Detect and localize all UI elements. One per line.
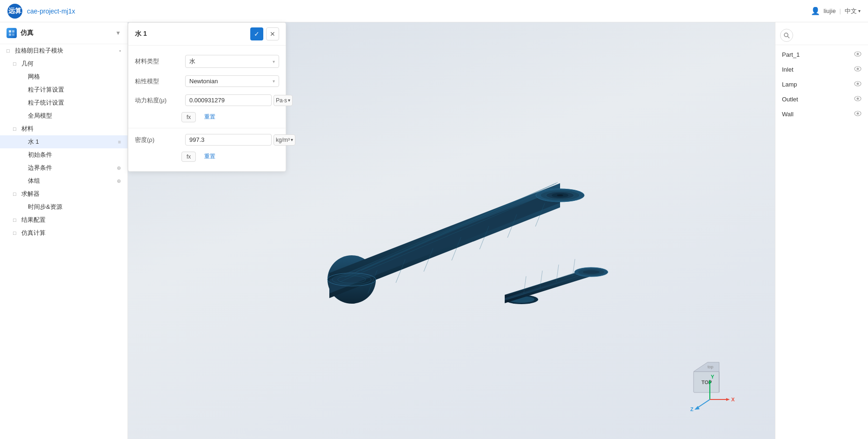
svg-point-46	[583, 270, 600, 274]
sidebar-label-sim-calc: 仿真计算	[21, 229, 121, 237]
sidebar-label-global-model: 全局模型	[28, 112, 121, 120]
sidebar-label-volume-groups: 体组	[28, 177, 115, 185]
right-panel-item-inlet[interactable]: Inlet	[775, 62, 868, 77]
svg-marker-49	[694, 362, 719, 372]
sidebar-action-water-1[interactable]: ≡	[118, 139, 121, 145]
panel-body: 材料类型 水 ▾ 粘性模型 Newtonian ▾ 动力粘度(μ) Pa·s ▾	[128, 46, 286, 171]
sidebar-item-result-config[interactable]: □结果配置	[0, 213, 127, 226]
sidebar-item-material[interactable]: □材料	[0, 122, 127, 135]
sidebar-item-water-1[interactable]: □水 1≡	[0, 135, 127, 148]
sidebar-label-particle-calc: 粒子计算设置	[28, 86, 121, 94]
svg-line-12	[340, 193, 549, 282]
right-panel-item-lamp[interactable]: Lamp	[775, 77, 868, 92]
svg-point-62	[784, 33, 788, 37]
right-panel: Part_1 Inlet Lamp	[775, 22, 868, 439]
svg-text:Z: Z	[690, 406, 694, 411]
dynamic-viscosity-row: 动力粘度(μ) Pa·s ▾	[128, 91, 286, 110]
visibility-icon-wall[interactable]	[854, 110, 861, 118]
dynamic-viscosity-label: 动力粘度(μ)	[135, 96, 181, 105]
panel-close-button[interactable]: ✕	[266, 27, 279, 40]
project-name[interactable]: cae-project-mj1x	[27, 7, 75, 15]
visibility-icon-inlet[interactable]	[854, 66, 861, 73]
svg-rect-1	[12, 30, 14, 33]
sidebar-item-initial-conditions[interactable]: □初始条件	[0, 148, 127, 161]
sidebar-item-solver[interactable]: □求解器	[0, 187, 127, 200]
expand-icon-lagrange-module: □	[7, 48, 13, 53]
panel-title: 水 1	[135, 30, 147, 38]
right-panel-label-outlet: Outlet	[782, 96, 798, 103]
expand-icon-sim-calc: □	[13, 230, 20, 236]
sidebar-label-boundary-conditions: 边界条件	[28, 164, 115, 172]
sidebar-collapse-button[interactable]: ▼	[115, 30, 121, 36]
dynamic-viscosity-reset-button[interactable]: 重置	[200, 112, 220, 122]
visibility-icon-outlet[interactable]	[854, 95, 861, 103]
sidebar-item-lagrange-module[interactable]: □拉格朗日粒子模块•	[0, 44, 127, 57]
sidebar-action-lagrange-module[interactable]: •	[119, 48, 121, 53]
svg-marker-57	[726, 398, 730, 401]
viscosity-model-row: 粘性模型 Newtonian ▾	[128, 72, 286, 91]
material-type-dropdown-icon: ▾	[273, 59, 275, 64]
right-panel-label-inlet: Inlet	[782, 66, 794, 73]
svg-point-69	[857, 83, 859, 85]
svg-rect-2	[9, 33, 11, 36]
svg-line-63	[788, 36, 789, 38]
language-button[interactable]: 中文 ▾	[845, 7, 861, 15]
sidebar-action-boundary-conditions[interactable]: ⊕	[117, 165, 121, 171]
visibility-icon-part1[interactable]	[854, 51, 861, 58]
svg-line-11	[345, 188, 552, 277]
density-input[interactable]	[185, 134, 272, 146]
density-unit[interactable]: kg/m³ ▾	[274, 134, 295, 146]
dynamic-viscosity-input[interactable]	[185, 94, 272, 106]
viscosity-model-dropdown-icon: ▾	[273, 79, 275, 84]
density-reset-button[interactable]: 重置	[200, 151, 220, 162]
sidebar-item-mesh[interactable]: □网格	[0, 70, 127, 83]
panel-header: 水 1 ✓ ✕	[128, 23, 286, 46]
visibility-icon-lamp[interactable]	[854, 80, 861, 88]
density-input-group: kg/m³ ▾	[185, 134, 295, 146]
sidebar-item-boundary-conditions[interactable]: □边界条件⊕	[0, 161, 127, 174]
viscosity-model-select[interactable]: Newtonian ▾	[185, 75, 279, 87]
svg-rect-3	[12, 33, 14, 36]
sim-icon	[7, 28, 17, 38]
sidebar-item-geometry[interactable]: □几何	[0, 57, 127, 70]
sidebar-item-global-model[interactable]: □全局模型	[0, 109, 127, 122]
svg-point-71	[857, 98, 859, 100]
sidebar-label-lagrange-module: 拉格朗日粒子模块	[15, 47, 117, 55]
sidebar-item-particle-calc[interactable]: □粒子计算设置	[0, 83, 127, 96]
right-panel-item-part1[interactable]: Part_1	[775, 47, 868, 62]
sidebar-item-particle-stat[interactable]: □粒子统计设置	[0, 96, 127, 109]
svg-line-10	[349, 184, 554, 273]
expand-icon-material: □	[13, 126, 20, 132]
sidebar-label-timestep: 时间步&资源	[28, 203, 121, 211]
sidebar-title: 仿真	[20, 29, 33, 37]
sidebar-label-initial-conditions: 初始条件	[28, 151, 121, 159]
expand-icon-solver: □	[13, 191, 20, 197]
sidebar-label-solver: 求解器	[21, 190, 121, 198]
panel-confirm-button[interactable]: ✓	[250, 27, 263, 40]
svg-point-65	[857, 53, 859, 55]
sidebar-action-volume-groups[interactable]: ⊕	[117, 178, 121, 184]
axes-indicator: TOP top Y X Z	[682, 355, 738, 411]
topbar: 远算 cae-project-mj1x 👤 liujie | 中文 ▾	[0, 0, 868, 22]
panel-divider-1	[128, 128, 286, 128]
dynamic-viscosity-fx-button[interactable]: fx	[181, 112, 196, 122]
dynamic-viscosity-unit[interactable]: Pa·s ▾	[274, 95, 293, 106]
svg-text:Y: Y	[711, 374, 714, 379]
search-button[interactable]	[780, 29, 793, 42]
tree-container: □拉格朗日粒子模块•□几何□网格□粒子计算设置□粒子统计设置□全局模型□材料□水…	[0, 44, 127, 239]
sidebar-label-particle-stat: 粒子统计设置	[28, 99, 121, 107]
right-panel-label-wall: Wall	[782, 111, 794, 118]
sidebar-item-timestep[interactable]: □时间步&资源	[0, 200, 127, 213]
sidebar-item-sim-calc[interactable]: □仿真计算	[0, 226, 127, 239]
panel-actions: ✓ ✕	[250, 27, 279, 40]
density-fx-button[interactable]: fx	[181, 152, 196, 162]
right-panel-label-lamp: Lamp	[782, 81, 797, 88]
svg-point-73	[857, 113, 859, 115]
sidebar-item-volume-groups[interactable]: □体组⊕	[0, 174, 127, 187]
sidebar-label-water-1: 水 1	[28, 138, 116, 146]
right-panel-item-outlet[interactable]: Outlet	[775, 92, 868, 106]
material-type-select[interactable]: 水 ▾	[185, 55, 279, 68]
material-type-row: 材料类型 水 ▾	[128, 51, 286, 72]
right-panel-item-wall[interactable]: Wall	[775, 106, 868, 121]
density-sub-row: fx 重置	[128, 149, 286, 166]
